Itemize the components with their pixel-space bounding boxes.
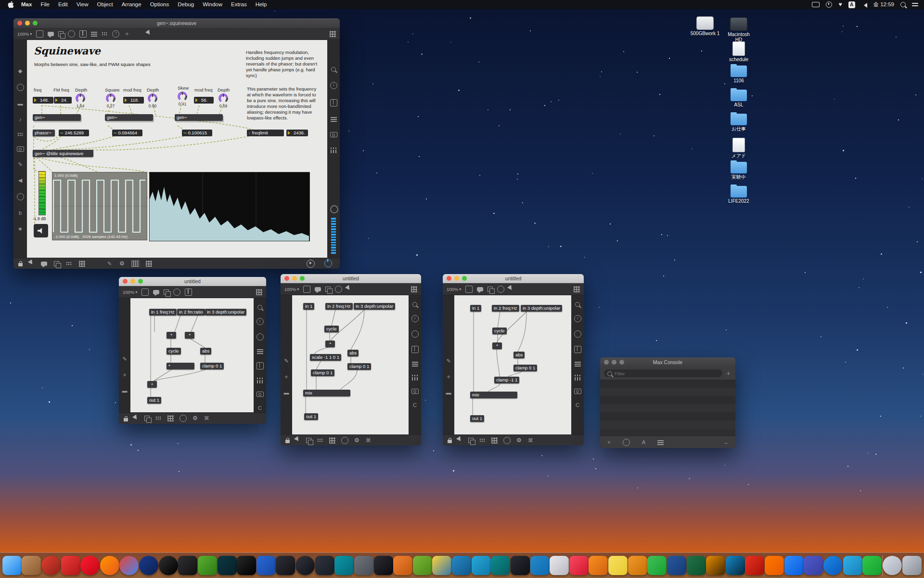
message-box-icon[interactable] <box>315 287 321 291</box>
titlebar[interactable]: Max Console <box>600 357 735 367</box>
info-icon[interactable]: i <box>330 82 337 89</box>
zoom-menu[interactable]: 100% <box>447 287 461 292</box>
dock-eight-ball-app-icon[interactable] <box>159 556 178 575</box>
desktop-icon-500gbwork[interactable]: 500GBwork 1 <box>690 16 720 36</box>
search-icon[interactable] <box>257 305 262 310</box>
probe-icon[interactable]: ✎ <box>106 261 113 267</box>
video-icon[interactable] <box>17 193 24 200</box>
dock-obs-icon[interactable] <box>295 556 315 575</box>
zoom-menu[interactable]: 100% <box>123 289 137 295</box>
panel-icon[interactable] <box>79 30 87 38</box>
dock-fl-app-icon[interactable] <box>589 556 608 575</box>
desktop-icon-macintosh-hd[interactable]: Macintosh HD <box>724 17 754 42</box>
volume-icon[interactable] <box>861 3 867 8</box>
object-clamp[interactable]: clamp 0 1 <box>200 363 224 369</box>
object-in1[interactable]: in 1 <box>470 305 481 312</box>
info-icon[interactable]: i <box>574 315 581 322</box>
add-object-icon[interactable]: ＋ <box>124 31 130 37</box>
object-in1[interactable]: in 1 <box>303 303 314 310</box>
console-icon[interactable]: C <box>412 402 418 408</box>
mixer-icon[interactable] <box>331 147 337 153</box>
object-out1[interactable]: out 1 <box>470 415 484 422</box>
key-icon[interactable]: ⌘ <box>365 437 372 444</box>
dock-coffee-app-icon[interactable] <box>22 556 41 575</box>
lock-icon[interactable] <box>124 418 128 421</box>
reference-list-icon[interactable] <box>575 361 581 367</box>
desktop-icon-schedule[interactable]: schedule <box>724 41 754 62</box>
close-button[interactable] <box>447 276 451 281</box>
tools-icon[interactable]: ⚙ <box>354 437 359 444</box>
inspector-icon[interactable] <box>257 362 264 369</box>
patcher-canvas[interactable]: Squinewave Morphs between sine, saw-like… <box>27 40 327 258</box>
dock-downloads-icon[interactable] <box>883 556 902 575</box>
reference-list-icon[interactable] <box>331 117 337 122</box>
grid-toggle-icon[interactable] <box>574 286 580 292</box>
dock-arduino-icon[interactable] <box>491 556 510 575</box>
dock-safari-icon[interactable] <box>823 556 843 575</box>
titlebar[interactable]: untitled <box>119 277 266 286</box>
dock-cube-app-icon[interactable] <box>315 556 334 575</box>
grid-toggle-icon[interactable] <box>411 286 417 292</box>
numbox-freq[interactable]: 148. <box>33 97 53 104</box>
key-icon[interactable]: ⌘ <box>527 437 534 444</box>
back-arrow-icon[interactable]: ← <box>723 439 730 446</box>
object-clamp2[interactable]: clamp -1 1 <box>494 377 519 383</box>
dock-green-app-icon[interactable] <box>198 556 217 575</box>
object-gen-title[interactable]: gen~ @title squinewave <box>33 150 93 157</box>
dock-prism-app-icon[interactable] <box>354 556 373 575</box>
close-button[interactable] <box>604 360 609 365</box>
dock-dark-app-icon[interactable] <box>511 556 530 575</box>
object-box-icon[interactable] <box>36 30 43 38</box>
desktop-icon-meado[interactable]: メアド <box>724 138 754 158</box>
target-icon[interactable] <box>574 330 581 338</box>
input-source-icon[interactable]: A <box>848 1 855 8</box>
grid-icon[interactable] <box>79 261 85 267</box>
grid-toggle-icon[interactable] <box>256 289 262 295</box>
cursor-icon[interactable] <box>294 436 302 444</box>
cone-icon[interactable]: ◀ <box>17 177 24 184</box>
object-in2[interactable]: in 2 freq:Hz <box>325 303 353 310</box>
object-in1[interactable]: in 1 freq:Hz <box>149 309 177 315</box>
dock-excel-icon[interactable] <box>687 556 706 575</box>
panel-icon[interactable] <box>185 289 192 296</box>
toggle-icon[interactable] <box>335 286 342 293</box>
dock-terminal-icon[interactable] <box>178 556 197 575</box>
lock-icon[interactable] <box>18 263 23 266</box>
layers-icon[interactable] <box>468 438 474 443</box>
patcher-dots-icon[interactable] <box>17 132 24 137</box>
reference-list-icon[interactable] <box>412 361 418 367</box>
toggle-icon[interactable] <box>497 286 504 293</box>
dock-unity-icon[interactable] <box>374 556 393 575</box>
object-explorer-icon[interactable]: ◆ <box>17 68 24 74</box>
console-log-area[interactable] <box>600 380 735 436</box>
zoom-button[interactable] <box>138 279 143 284</box>
dock-vscode-icon[interactable] <box>530 556 550 575</box>
slider-icon[interactable] <box>91 31 97 37</box>
dock-firefox-icon[interactable] <box>100 556 119 575</box>
minimize-button[interactable] <box>292 276 297 281</box>
dock-vlc-icon[interactable] <box>765 556 784 575</box>
dock-dark-b-app-icon[interactable] <box>276 556 295 575</box>
object-gen2[interactable]: gen~ <box>105 114 153 121</box>
audio-dots-icon[interactable] <box>66 262 72 266</box>
titlebar[interactable]: gen~.squinewave <box>13 18 340 28</box>
knob-square[interactable] <box>106 93 116 103</box>
beap-icon[interactable]: b <box>17 210 24 216</box>
zoom-menu[interactable]: 100% <box>17 31 32 37</box>
attachment-icon[interactable]: ✎ <box>283 358 290 364</box>
object-box-icon[interactable] <box>141 289 149 296</box>
audio-power-button[interactable] <box>324 260 332 267</box>
object-abs[interactable]: abs <box>513 352 525 358</box>
message-box-icon[interactable] <box>48 32 54 36</box>
menu-item-file[interactable]: File <box>36 0 54 9</box>
console-icon[interactable]: C <box>257 405 263 411</box>
target-icon[interactable] <box>411 330 419 338</box>
mixer-icon[interactable] <box>257 378 263 383</box>
dock-teams-icon[interactable] <box>804 556 823 575</box>
menu-item-object[interactable]: Object <box>92 0 117 9</box>
dock-zoom-icon[interactable] <box>784 556 804 575</box>
dock-vivaldi-icon[interactable] <box>61 556 80 575</box>
numbox-fm-freq[interactable]: 24. <box>54 97 72 104</box>
remove-icon[interactable]: ▬ <box>446 390 452 396</box>
circle-icon[interactable] <box>341 437 348 444</box>
